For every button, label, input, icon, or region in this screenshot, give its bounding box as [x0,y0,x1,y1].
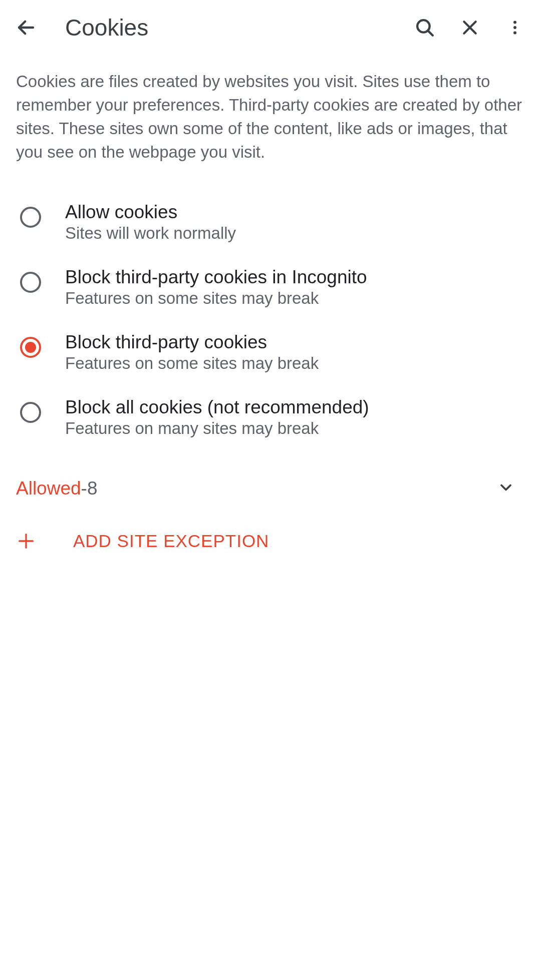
back-arrow-icon [16,17,37,38]
back-button[interactable] [12,14,40,42]
radio-dot [25,342,36,353]
close-button[interactable] [456,14,484,42]
radio-icon [20,272,41,293]
option-block-third-party[interactable]: Block third-party cookies Features on so… [0,320,541,385]
add-exception-label: ADD SITE EXCEPTION [73,531,269,551]
option-block-third-party-incognito[interactable]: Block third-party cookies in Incognito F… [0,255,541,320]
option-subtitle: Features on some sites may break [65,354,319,373]
svg-line-2 [428,31,433,36]
more-button[interactable] [501,14,529,42]
option-allow-cookies[interactable]: Allow cookies Sites will work normally [0,190,541,255]
cookie-options-list: Allow cookies Sites will work normally B… [0,184,541,456]
allowed-separator: - [81,478,87,499]
option-title: Block all cookies (not recommended) [65,397,369,418]
option-title: Block third-party cookies [65,332,319,353]
allowed-label: Allowed [16,478,81,499]
option-block-all-cookies[interactable]: Block all cookies (not recommended) Feat… [0,385,541,450]
option-text: Block third-party cookies Features on so… [65,332,319,373]
option-subtitle: Features on some sites may break [65,289,367,308]
option-text: Block all cookies (not recommended) Feat… [65,397,369,438]
allowed-count: 8 [87,478,98,499]
header: Cookies [0,0,541,55]
svg-point-5 [513,21,516,24]
cookies-description: Cookies are files created by websites yo… [0,55,541,184]
radio-icon-selected [20,337,41,358]
option-text: Block third-party cookies in Incognito F… [65,267,367,308]
option-title: Allow cookies [65,202,236,223]
header-actions [411,14,529,42]
radio-icon [20,207,41,228]
add-site-exception-button[interactable]: ADD SITE EXCEPTION [0,517,541,565]
option-title: Block third-party cookies in Incognito [65,267,367,288]
radio-icon [20,402,41,423]
allowed-text: Allowed - 8 [16,478,97,499]
plus-icon-wrapper [16,531,36,551]
svg-point-6 [513,26,516,29]
option-subtitle: Features on many sites may break [65,419,369,438]
plus-icon [16,531,36,551]
search-button[interactable] [411,14,439,42]
more-vert-icon [506,19,524,37]
chevron-down-icon [497,478,515,497]
search-icon [414,17,435,38]
expand-chevron [497,478,515,499]
svg-point-7 [513,32,516,35]
page-title: Cookies [65,14,394,41]
option-subtitle: Sites will work normally [65,224,236,243]
close-icon [460,18,480,38]
option-text: Allow cookies Sites will work normally [65,202,236,243]
allowed-sites-toggle[interactable]: Allowed - 8 [0,468,541,509]
